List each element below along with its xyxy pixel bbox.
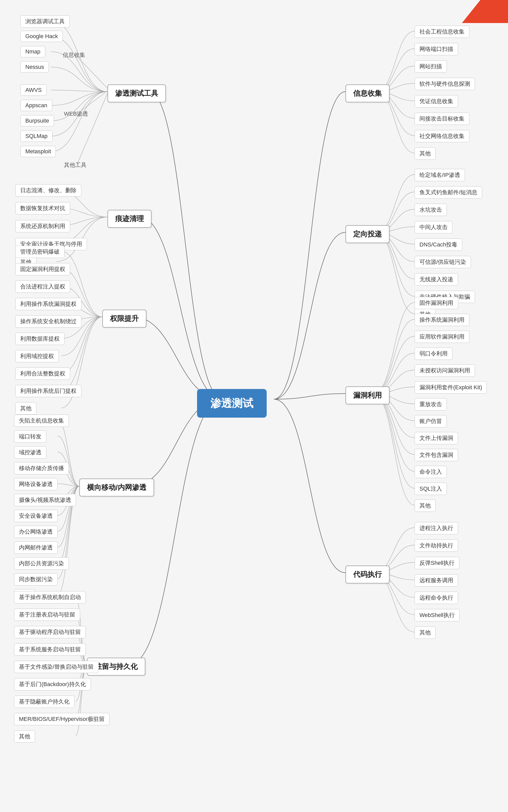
mindmap-node: 固件漏洞利用 xyxy=(415,297,458,309)
mindmap-node: WebShell执行 xyxy=(415,609,460,622)
mindmap-node: SQLMap xyxy=(20,130,52,142)
mindmap-node: 域控渗透 xyxy=(14,446,46,459)
mindmap-node: 无线接入投递 xyxy=(415,273,458,286)
mindmap-node: 可信源/供应链污染 xyxy=(415,256,471,268)
mindmap-node: 水坑攻击 xyxy=(415,204,447,216)
mindmap-node: 远程服务调用 xyxy=(415,574,458,587)
mindmap-node: 渗透测试 xyxy=(197,389,267,418)
mindmap-node: 其他 xyxy=(415,500,435,512)
mindmap-node: 其他 xyxy=(14,730,35,743)
mindmap-node: 社交网络信息收集 xyxy=(415,130,469,142)
mindmap-node: 基于文件感染/替换启动与驻留 xyxy=(14,661,98,673)
mindmap-node: 同步数据污染 xyxy=(14,573,57,586)
mindmap-node: 内部公共资源污染 xyxy=(14,557,69,570)
mindmap-node: 重放攻击 xyxy=(415,398,447,411)
mindmap-node: 内网邮件渗透 xyxy=(14,542,57,554)
mindmap-node: 利用操作系统漏洞提权 xyxy=(15,298,81,310)
mindmap-node: 基于注册表启动与驻留 xyxy=(14,608,80,621)
mindmap-node: 操作系统漏洞利用 xyxy=(415,314,469,326)
mindmap-node: 办公网络渗透 xyxy=(14,526,57,538)
mindmap-node: 代码执行 xyxy=(345,565,389,584)
mindmap-node: 间接攻击目标收集 xyxy=(415,113,469,125)
mindmap-node: 合法进程注入提权 xyxy=(15,281,70,293)
mindmap-node: 基于系统服务启动与驻留 xyxy=(14,643,86,656)
mindmap-node: 利用数据库提权 xyxy=(15,333,65,345)
mindmap-node: 账户仿冒 xyxy=(415,415,447,427)
mindmap-node: 操作系统安全机制绕过 xyxy=(15,315,81,328)
mindmap-node: Appscan xyxy=(20,100,52,111)
mindmap-node: 移动存储介质传播 xyxy=(14,462,69,474)
mindmap-node: 凭证信息收集 xyxy=(415,95,458,108)
mindmap-node: 中间人攻击 xyxy=(415,221,453,233)
mindmap-node: Burpsuite xyxy=(20,115,54,126)
mindmap-node: Google Hack xyxy=(20,31,63,42)
mindmap-node: 利用域控提权 xyxy=(15,350,59,362)
mindmap-node: 命令注入 xyxy=(415,466,447,478)
mindmap-node: 浏览器调试工具 xyxy=(20,15,70,28)
mindmap-node: 渗透测试工具 xyxy=(108,84,166,102)
mindmap-node: 安全设备渗透 xyxy=(14,510,57,522)
mindmap-node: 漏洞利用套件(Exploit Kit) xyxy=(415,381,487,394)
mindmap-node: 未授权访问漏洞利用 xyxy=(415,365,475,377)
mindmap-node: 失陷主机信息收集 xyxy=(14,415,69,427)
mindmap-node: 固定漏洞利用提权 xyxy=(15,263,70,275)
mindmap-node: 弱口令利用 xyxy=(415,347,453,360)
mindmap-node: 给定域名/IP渗透 xyxy=(415,169,465,181)
mindmap-node: 网站扫描 xyxy=(415,60,447,73)
mindmap-node: 进程注入执行 xyxy=(415,522,458,535)
mindmap-node: 文件上传漏洞 xyxy=(415,432,458,444)
mindmap-node: 端口转发 xyxy=(14,430,46,443)
mindmap-node: 文件包含漏洞 xyxy=(415,449,458,461)
mindmap-node: 横向移动/内网渗透 xyxy=(79,478,154,497)
mindmap-node: 基于隐蔽账户持久化 xyxy=(14,695,75,708)
mindmap-node: 反弹Shell执行 xyxy=(415,557,459,569)
mindmap-node: SQL注入 xyxy=(415,483,447,495)
mindmap-node: DNS/Cach投毒 xyxy=(415,239,462,251)
mindmap-node: 日志混淆、修改、删除 xyxy=(15,184,81,197)
mindmap-node: 应用软件漏洞利用 xyxy=(415,331,469,343)
mindmap-node: 痕迹清理 xyxy=(108,210,152,228)
mindmap-node: 社会工程信息收集 xyxy=(415,26,469,38)
mindmap-node: Metasploit xyxy=(20,146,56,157)
mindmap-node: 基于驱动程序启动与驻留 xyxy=(14,626,86,638)
mindmap-node: Nessus xyxy=(20,61,49,73)
mindmap-node: 数据恢复技术对抗 xyxy=(15,202,70,214)
mindmap-node: 利用操作系统后门提权 xyxy=(15,385,81,397)
mindmap-node: 其他工具 xyxy=(64,161,86,169)
mindmap-node: MER/BIOS/UEF/Hypervisor极驻留 xyxy=(14,713,110,725)
mindmap-node: 利用合法整数提权 xyxy=(15,368,70,380)
mindmap-node: 文件劫持执行 xyxy=(415,540,458,552)
mindmap-node: 管理员密码爆破 xyxy=(15,246,65,258)
mindmap-node: 基于后门(Backdoor)持久化 xyxy=(14,678,91,690)
mindmap-node: 其他 xyxy=(15,402,36,415)
mindmap-node: 信息收集 xyxy=(63,51,85,59)
mindmap-node: AWVS xyxy=(20,84,47,96)
mindmap-node: 其他 xyxy=(415,147,435,160)
mindmap-node: 网络端口扫描 xyxy=(415,43,458,55)
mindmap-node: 鱼叉式钓鱼邮件/短消息 xyxy=(415,186,482,199)
mindmap-node: 摄像头/视频系统渗透 xyxy=(14,494,76,506)
mindmap-node: Nmap xyxy=(20,46,45,57)
mindmap-node: 其他 xyxy=(415,627,435,639)
mindmap-node: 系统还原机制利用 xyxy=(15,220,70,232)
mindmap-node: 基于操作系统机制自启动 xyxy=(14,591,86,603)
mindmap-node: 远程命令执行 xyxy=(415,592,458,604)
mindmap-node: 网络设备渗透 xyxy=(14,478,57,490)
mindmap-node: 定向投递 xyxy=(345,225,389,243)
mindmap-node: 漏洞利用 xyxy=(345,386,389,404)
mindmap-node: 权限提升 xyxy=(102,310,146,328)
mindmap-node: 软件与硬件信息探测 xyxy=(415,78,475,90)
mindmap-node: 信息收集 xyxy=(345,84,389,102)
mindmap-node: WEB渗透 xyxy=(64,110,88,118)
